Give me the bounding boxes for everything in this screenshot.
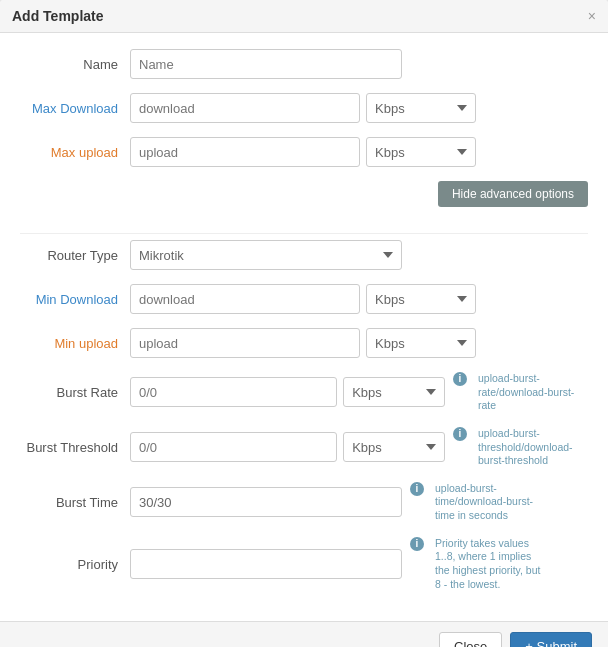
max-upload-label: Max upload [20, 145, 130, 160]
min-download-unit-select[interactable]: Kbps Mbps Gbps [366, 284, 476, 314]
close-button[interactable]: Close [439, 632, 502, 647]
add-template-modal: Add Template × Name Max Download Kbps Mb… [0, 0, 608, 647]
burst-rate-hint: i upload-burst-rate/download-burst-rate [453, 372, 588, 413]
router-type-row: Router Type Mikrotik Cisco [20, 240, 588, 270]
burst-rate-row: Burst Rate Kbps Mbps Gbps i upload-burst… [20, 372, 588, 413]
burst-rate-hint-text: upload-burst-rate/download-burst-rate [478, 372, 588, 413]
hide-advanced-button[interactable]: Hide advanced options [438, 181, 588, 207]
burst-threshold-input[interactable] [130, 432, 337, 462]
burst-threshold-hint: i upload-burst-threshold/download-burst-… [453, 427, 588, 468]
advanced-section: Router Type Mikrotik Cisco Min Download … [20, 233, 588, 591]
min-upload-input[interactable] [130, 328, 360, 358]
burst-time-row: Burst Time i upload-burst-time/download-… [20, 482, 588, 523]
burst-time-info-icon: i [410, 482, 424, 496]
burst-threshold-hint-text: upload-burst-threshold/download-burst-th… [478, 427, 588, 468]
submit-button[interactable]: + Submit [510, 632, 592, 647]
name-row: Name [20, 49, 588, 79]
min-upload-unit-select[interactable]: Kbps Mbps Gbps [366, 328, 476, 358]
burst-threshold-info-icon: i [453, 427, 467, 441]
burst-rate-unit-select[interactable]: Kbps Mbps Gbps [343, 377, 445, 407]
router-type-select[interactable]: Mikrotik Cisco [130, 240, 402, 270]
priority-hint: i Priority takes values 1..8, where 1 im… [410, 537, 545, 592]
burst-threshold-label: Burst Threshold [20, 440, 130, 455]
max-upload-input[interactable] [130, 137, 360, 167]
priority-info-icon: i [410, 537, 424, 551]
burst-rate-label: Burst Rate [20, 385, 130, 400]
burst-rate-info-icon: i [453, 372, 467, 386]
burst-rate-input[interactable] [130, 377, 337, 407]
max-upload-unit-select[interactable]: Kbps Mbps Gbps [366, 137, 476, 167]
priority-row: Priority i Priority takes values 1..8, w… [20, 537, 588, 592]
priority-label: Priority [20, 557, 130, 572]
max-download-input[interactable] [130, 93, 360, 123]
max-download-label: Max Download [20, 101, 130, 116]
name-label: Name [20, 57, 130, 72]
burst-time-hint-text: upload-burst-time/download-burst-time in… [435, 482, 545, 523]
burst-time-hint: i upload-burst-time/download-burst-time … [410, 482, 545, 523]
priority-hint-text: Priority takes values 1..8, where 1 impl… [435, 537, 545, 592]
min-upload-row: Min upload Kbps Mbps Gbps [20, 328, 588, 358]
modal-footer: Close + Submit [0, 621, 608, 647]
min-download-input[interactable] [130, 284, 360, 314]
min-upload-label: Min upload [20, 336, 130, 351]
modal-title: Add Template [12, 8, 104, 24]
burst-time-input[interactable] [130, 487, 402, 517]
router-type-label: Router Type [20, 248, 130, 263]
name-input[interactable] [130, 49, 402, 79]
priority-input[interactable] [130, 549, 402, 579]
modal-header: Add Template × [0, 0, 608, 33]
modal-body: Name Max Download Kbps Mbps Gbps Max upl… [0, 33, 608, 621]
max-download-row: Max Download Kbps Mbps Gbps [20, 93, 588, 123]
burst-threshold-row: Burst Threshold Kbps Mbps Gbps i upload-… [20, 427, 588, 468]
max-upload-row: Max upload Kbps Mbps Gbps [20, 137, 588, 167]
close-icon[interactable]: × [588, 9, 596, 23]
advanced-toggle-row: Hide advanced options [20, 181, 588, 221]
max-download-unit-select[interactable]: Kbps Mbps Gbps [366, 93, 476, 123]
min-download-label: Min Download [20, 292, 130, 307]
burst-time-label: Burst Time [20, 495, 130, 510]
burst-threshold-unit-select[interactable]: Kbps Mbps Gbps [343, 432, 445, 462]
min-download-row: Min Download Kbps Mbps Gbps [20, 284, 588, 314]
